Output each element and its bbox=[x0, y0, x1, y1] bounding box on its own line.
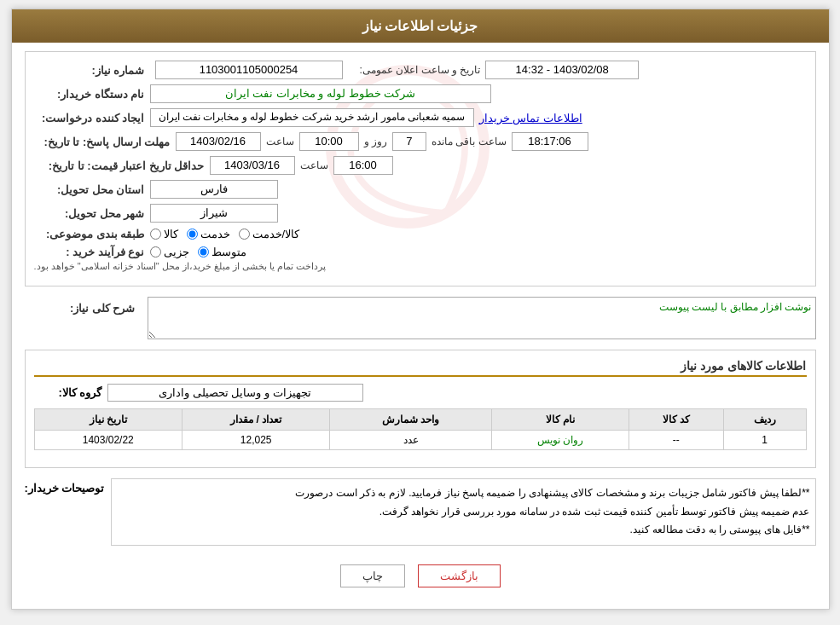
category-radio-goods[interactable] bbox=[150, 229, 161, 240]
send-deadline-days: 7 bbox=[392, 132, 426, 151]
goods-group-label: گروه کالا: bbox=[34, 386, 102, 399]
send-deadline-time-label: ساعت bbox=[266, 136, 294, 148]
category-label: طبقه بندی موضوعی: bbox=[34, 228, 145, 240]
price-validity-label: حداقل تاریخ اعتبار قیمت: تا تاریخ: bbox=[34, 159, 205, 172]
col-quantity: تعداد / مقدار bbox=[182, 409, 329, 431]
buyer-note-line1: **لطفا پیش فاکتور شامل جزیبات برند و مشخ… bbox=[117, 484, 809, 503]
category-option-khadamat-label: کالا/خدمت bbox=[252, 228, 300, 240]
goods-group-value: تجهیزات و وسایل تحصیلی واداری bbox=[107, 384, 363, 402]
creator-label: ایجاد کننده درخواست: bbox=[34, 112, 145, 124]
category-radio-khadamat[interactable] bbox=[239, 229, 250, 240]
buyer-note-line2: عدم ضمیمه پیش فاکتور توسط تأمین کننده قی… bbox=[117, 503, 809, 522]
col-unit: واحد شمارش bbox=[330, 409, 492, 431]
category-option-goods[interactable]: کالا bbox=[150, 228, 178, 240]
process-label: نوع فرآیند خرید : bbox=[34, 246, 145, 258]
category-radio-group: کالا/خدمت خدمت کالا bbox=[150, 228, 300, 240]
buyer-note-text: **لطفا پیش فاکتور شامل جزیبات برند و مشخ… bbox=[111, 478, 815, 546]
city-label: شهر محل تحویل: bbox=[34, 207, 145, 220]
buyer-name-value: شرکت خطوط لوله و مخابرات نفت ایران bbox=[150, 84, 491, 103]
process-radio-group: متوسط جزیی bbox=[150, 246, 246, 258]
category-option-goods-label: کالا bbox=[164, 228, 178, 240]
category-option-service[interactable]: خدمت bbox=[187, 228, 230, 240]
price-validity-time: 16:00 bbox=[333, 156, 393, 175]
cell-name: روان نویس bbox=[492, 431, 629, 450]
city-value: شیراز bbox=[150, 204, 278, 223]
province-label: استان محل تحویل: bbox=[34, 183, 145, 196]
page-header: جزئیات اطلاعات نیاز bbox=[12, 9, 829, 43]
contact-link[interactable]: اطلاعات تماس خریدار bbox=[479, 112, 582, 124]
general-description-label: شرح کلی نیاز: bbox=[25, 302, 136, 315]
category-option-service-label: خدمت bbox=[200, 228, 230, 240]
header-title: جزئیات اطلاعات نیاز bbox=[362, 19, 478, 33]
send-deadline-label: مهلت ارسال پاسخ: تا تاریخ: bbox=[34, 136, 171, 148]
process-option-minor[interactable]: جزیی bbox=[150, 246, 189, 258]
send-deadline-time: 10:00 bbox=[299, 132, 359, 151]
general-description-textarea[interactable] bbox=[148, 297, 816, 339]
process-option-medium[interactable]: متوسط bbox=[198, 246, 246, 258]
cell-unit: عدد bbox=[330, 431, 492, 450]
buyer-name-label: نام دستگاه خریدار: bbox=[34, 88, 145, 101]
goods-section-title: اطلاعات کالاهای مورد نیاز bbox=[34, 359, 807, 377]
print-button[interactable]: چاپ bbox=[340, 564, 405, 587]
category-radio-service[interactable] bbox=[187, 229, 198, 240]
send-deadline-day-label: روز و bbox=[364, 136, 387, 148]
process-radio-medium[interactable] bbox=[198, 246, 209, 258]
announcement-value: 1403/02/08 - 14:32 bbox=[485, 61, 639, 79]
col-code: کد کالا bbox=[629, 409, 723, 431]
remaining-label: ساعت باقی مانده bbox=[432, 136, 507, 148]
process-radio-minor[interactable] bbox=[150, 246, 161, 258]
col-name: نام کالا bbox=[492, 409, 629, 431]
table-row: 1 -- روان نویس عدد 12,025 1403/02/22 bbox=[34, 431, 806, 450]
process-option-minor-label: جزیی bbox=[164, 246, 189, 258]
buyer-note-line3: **فایل های پیوستی را به دقت مطالعه کنید. bbox=[117, 521, 809, 540]
cell-quantity: 12,025 bbox=[182, 431, 329, 450]
price-validity-time-label: ساعت bbox=[300, 159, 328, 171]
process-note: پرداخت تمام یا بخشی از مبلغ خرید،از محل … bbox=[34, 261, 335, 272]
province-value: فارس bbox=[150, 180, 278, 199]
remaining-time-value: 18:17:06 bbox=[512, 132, 588, 151]
cell-date: 1403/02/22 bbox=[34, 431, 182, 450]
goods-table: ردیف کد کالا نام کالا واحد شمارش تعداد /… bbox=[34, 408, 807, 450]
creator-value: سمیه شعبانی مامور ارشد خرید شرکت خطوط لو… bbox=[150, 108, 474, 127]
cell-row: 1 bbox=[723, 431, 806, 450]
need-number-value: 1103001105000254 bbox=[155, 61, 343, 79]
button-row: بازگشت چاپ bbox=[25, 556, 816, 596]
col-date: تاریخ نیاز bbox=[34, 409, 182, 431]
need-number-label: شماره نیاز: bbox=[34, 64, 145, 77]
col-row: ردیف bbox=[723, 409, 806, 431]
buyer-note-label: توصیحات خریدار: bbox=[25, 482, 105, 495]
announcement-label: تاریخ و ساعت اعلان عمومی: bbox=[360, 64, 481, 76]
back-button[interactable]: بازگشت bbox=[418, 564, 501, 587]
cell-code: -- bbox=[629, 431, 723, 450]
price-validity-date: 1403/03/16 bbox=[210, 156, 295, 175]
send-deadline-date: 1403/02/16 bbox=[176, 132, 261, 151]
category-option-khadamat[interactable]: کالا/خدمت bbox=[239, 228, 300, 240]
process-option-medium-label: متوسط bbox=[211, 246, 246, 258]
